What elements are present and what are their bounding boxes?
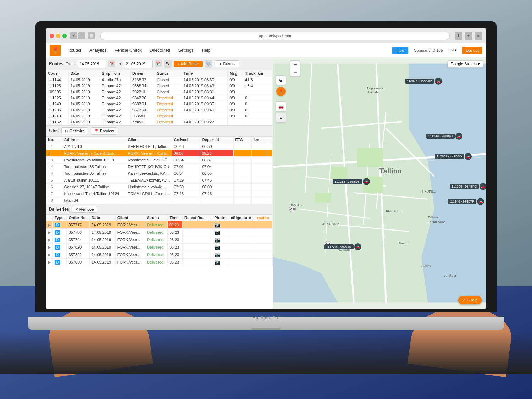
logo-icon: 📍 (51, 46, 59, 54)
map-pin-110869[interactable]: 110869 - 447BSD 🚗 (435, 153, 472, 160)
list-item[interactable]: 2 FORK, Veerenni Café & Bistro OÜ VÕIB O… (46, 150, 273, 157)
from-date-input[interactable] (78, 60, 106, 68)
list-item[interactable]: ▶ D 357794 14.05.2019 FORK,Veer... Deliv… (46, 236, 273, 244)
table-row[interactable]: 111236 14.05.2019 Punane 42 967BRJ Depar… (46, 107, 273, 113)
list-item[interactable]: ▶ D 357717 14.05.2019 FORK,Veer... Deliv… (46, 221, 273, 229)
intro-button[interactable]: Intro (392, 47, 408, 54)
col-time: Time (182, 70, 227, 77)
svg-text:MUSTAMÄE: MUSTAMÄE (321, 222, 339, 226)
company-id-label: Company ID 165 (414, 48, 443, 52)
nav-help[interactable]: Help (200, 47, 212, 54)
preview-button[interactable]: 📍 Preview (91, 127, 117, 135)
logout-button[interactable]: Log out (462, 47, 482, 54)
bookmark-icon[interactable]: + (465, 32, 472, 40)
list-item[interactable]: ▶ D 357786 14.05.2019 FORK,Veer... Deliv… (46, 229, 273, 236)
map-layer-icon-2[interactable]: ≡ (276, 113, 286, 123)
from-calendar-icon[interactable]: 📅 (108, 60, 115, 67)
pin-icon-110945: 🚗 (435, 78, 442, 85)
address-bar[interactable]: app.track-pod.com (100, 32, 450, 40)
sidebar-toggle-icon[interactable]: ≡ (475, 32, 482, 40)
table-row[interactable]: 109695 14.05.2019 Punane 42 592BHL Close… (46, 89, 273, 95)
pin-label-110945: 110945 - 935BPC (405, 79, 434, 84)
tab-icon: ⬜ (88, 32, 95, 39)
col-msg: Msg (228, 70, 243, 77)
list-item[interactable]: ▶ D 357820 14.05.2019 FORK,Veer... Deliv… (46, 244, 273, 251)
list-item[interactable]: ↑ 4 Toompuiestee 35 Tallinn Kalevi veeke… (46, 170, 273, 177)
del-col-expand (46, 215, 53, 221)
nav-vehicle-check[interactable]: Vehicle Check (113, 47, 143, 54)
clip-icon[interactable]: 📎 (205, 60, 212, 68)
list-item[interactable]: ↑ 1 AIA TN.10 BERN HOTELL, Tallin... 06:… (46, 143, 273, 150)
sites-label: Sites (49, 128, 59, 133)
nav-directories[interactable]: Directories (148, 47, 171, 54)
to-date-input[interactable] (124, 60, 153, 68)
app-content: 📍 Routes Analytics Vehicle Check Directo… (46, 43, 486, 309)
back-btn[interactable]: ‹ (70, 32, 77, 39)
map-pin-110945[interactable]: 110945 - 935BPC 🚗 (405, 78, 442, 85)
map-pin-111220[interactable]: 111220 - 286MJM 🚗 (324, 243, 361, 250)
drivers-button[interactable]: ▲ Drivers (215, 60, 240, 67)
list-item[interactable]: ▶ D 357822 14.05.2019 FORK,Veer... Deliv… (46, 251, 273, 259)
zoom-out-button[interactable]: − (290, 68, 300, 76)
nav-analytics[interactable]: Analytics (88, 47, 108, 54)
table-row[interactable]: 111144 14.05.2019 Aardla 27a 826BRZ Clos… (46, 77, 273, 83)
stops-col-km: km (251, 137, 267, 143)
list-item[interactable]: ↑ 7 Kreutzwaldi Tn 14 Tallinn 10124 TOMM… (46, 190, 273, 197)
del-col-status: Status (145, 215, 167, 221)
table-row[interactable]: 111213 14.05.2019 Punane 42 368MN Depart… (46, 113, 273, 119)
nav-settings[interactable]: Settings (177, 47, 195, 54)
language-selector[interactable]: EN ▾ (448, 48, 457, 52)
list-item[interactable]: ↑ 8 tatari 64 (46, 197, 273, 204)
list-item[interactable]: ↑ 5 Aia 18 Tallinn 10111 TELEMAJA kohvik… (46, 177, 273, 184)
table-row[interactable]: 111125 14.05.2019 Punane 42 968BRJ Close… (46, 83, 273, 89)
list-item[interactable]: ↑ 6 Gonsiori 27, 10147 Tallinn Uudistema… (46, 184, 273, 190)
map-layer-icon-1[interactable]: 🚗 (276, 101, 286, 111)
laptop-base: MacBook Pro (28, 317, 504, 330)
pin-label-111148: 111148 - 974BTP (448, 199, 476, 204)
table-row[interactable]: 111152 14.05.2019 Punane 42 Keila1 Depar… (46, 119, 273, 125)
add-route-label: + Add Route (177, 62, 199, 66)
minimize-window-btn[interactable] (56, 34, 60, 38)
table-row[interactable]: 111325 14.05.2019 Punane 42 934BPC Depar… (46, 95, 273, 101)
remove-button[interactable]: ✕ Remove (72, 206, 97, 213)
col-driver: Driver (130, 70, 155, 77)
to-calendar-icon[interactable]: 📅 (155, 60, 162, 67)
map-pin-111213[interactable]: 111213 - 366BMN 🚗 (333, 178, 370, 185)
maximize-window-btn[interactable] (62, 34, 67, 38)
add-route-button[interactable]: + Add Route (174, 61, 203, 67)
forward-btn[interactable]: › (78, 32, 85, 39)
close-window-btn[interactable] (50, 34, 54, 38)
list-item[interactable]: ↑ 3 Roosikrantsi 2a tallinn 10119 Roosik… (46, 157, 273, 164)
help-label: ? Help (466, 298, 477, 302)
help-button[interactable]: ? ? Help (458, 296, 482, 304)
map-navigate-icon[interactable]: ⊕ (276, 75, 286, 85)
map-location-pin-icon[interactable]: 📍 (276, 87, 286, 96)
svg-text:Paljassaare: Paljassaare (367, 87, 383, 90)
refresh-button[interactable]: ↻ (164, 60, 172, 68)
pin-icon-111325: 🚗 (480, 183, 486, 190)
del-col-reject: Reject Rea... (183, 215, 212, 221)
del-col-name: marko (255, 215, 273, 221)
svg-text:260: 260 (290, 207, 295, 211)
nav-routes[interactable]: Routes (66, 47, 83, 54)
pin-icon-111213: 🚗 (363, 178, 370, 185)
col-ship-from: Ship from (100, 70, 131, 77)
map-type-selector[interactable]: Google Streets ▾ (448, 60, 483, 68)
map-area[interactable]: Tallinn Zoo Paljassaare hoiuala HAAB... (273, 57, 486, 309)
pin-icon-111249: 🚗 (455, 133, 462, 140)
zoom-in-button[interactable]: + (290, 61, 300, 68)
optimize-button[interactable]: ↑↓ Optimize (61, 127, 88, 134)
list-item[interactable]: ↑ 4 Toompuiestee 35 Tallinn RAUDTEE KOHV… (46, 164, 273, 170)
map-pin-111325[interactable]: 111325 - 934BPC 🚗 (450, 183, 486, 190)
deliveries-label: Deliveries (49, 207, 69, 212)
share-icon[interactable]: ⬆ (455, 32, 462, 40)
map-pin-111249[interactable]: 111249 - 968BRJ 🚗 (426, 133, 462, 140)
map-pin-111148[interactable]: 111148 - 974BTP 🚗 (448, 198, 484, 205)
list-item[interactable]: ▶ D 357850 14.05.2019 FORK,Veer... Deliv… (46, 259, 273, 266)
stops-col-attach (267, 137, 273, 143)
table-row[interactable]: 111249 14.05.2019 Punane 42 968BRJ Depar… (46, 101, 273, 107)
pin-label-111220: 111220 - 286MJM (324, 244, 354, 249)
browser-chrome: ‹ › ⬜ app.track-pod.com ⬆ + ≡ (46, 28, 486, 43)
preview-label: 📍 Preview (94, 129, 114, 133)
del-col-time: Time (167, 215, 182, 221)
